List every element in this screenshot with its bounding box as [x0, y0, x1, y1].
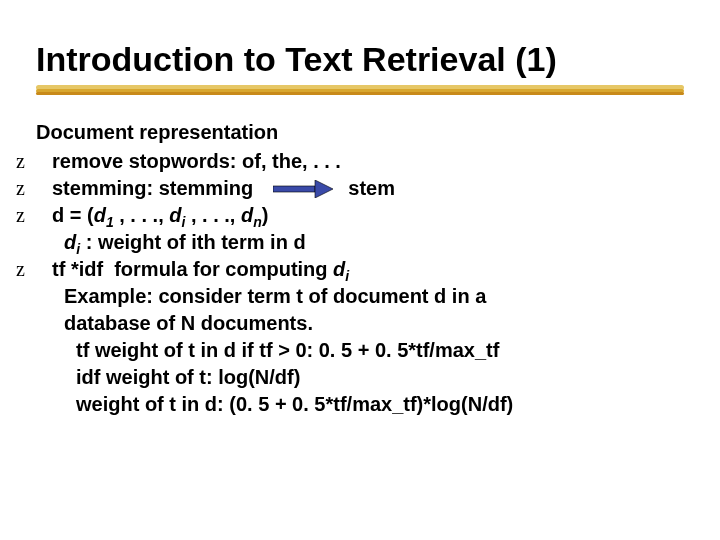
slide-title: Introduction to Text Retrieval (1): [36, 40, 684, 79]
title-underline: [36, 85, 684, 101]
bullet-text: remove stopwords: of, the, . . .: [52, 150, 341, 172]
slide: Introduction to Text Retrieval (1) Docum…: [0, 0, 720, 540]
slide-body: Document representation zremove stopword…: [36, 119, 684, 418]
bullet-icon: z: [36, 148, 52, 175]
bullet-stemming: zstemming: stemming stem: [36, 175, 684, 202]
bullet-icon: z: [36, 256, 52, 283]
weight-line: weight of t in d: (0. 5 + 0. 5*tf/max_tf…: [36, 391, 684, 418]
bullet-icon: z: [36, 175, 52, 202]
bullet-icon: z: [36, 202, 52, 229]
example-intro-1: Example: consider term t of document d i…: [36, 283, 684, 310]
svg-rect-0: [273, 186, 315, 192]
tf-line: tf weight of t in d if tf > 0: 0. 5 + 0.…: [36, 337, 684, 364]
arrow-icon: [273, 180, 333, 198]
bullet-tfidf: ztf *idf formula for computing di: [36, 256, 684, 283]
svg-marker-1: [315, 180, 333, 198]
bullet-text-post: stem: [348, 177, 395, 199]
bullet-vector-desc: di : weight of ith term in d: [36, 229, 684, 256]
idf-line: idf weight of t: log(N/df): [36, 364, 684, 391]
bullet-text-pre: stemming: stemming: [52, 177, 253, 199]
bullet-remove-stopwords: zremove stopwords: of, the, . . .: [36, 148, 684, 175]
section-heading: Document representation: [36, 119, 684, 146]
bullet-vector: zd = (d1 , . . ., di , . . ., dn): [36, 202, 684, 229]
bullet-text: tf *idf formula for computing di: [52, 258, 349, 280]
example-intro-2: database of N documents.: [36, 310, 684, 337]
bullet-text: d = (d1 , . . ., di , . . ., dn): [52, 204, 268, 226]
